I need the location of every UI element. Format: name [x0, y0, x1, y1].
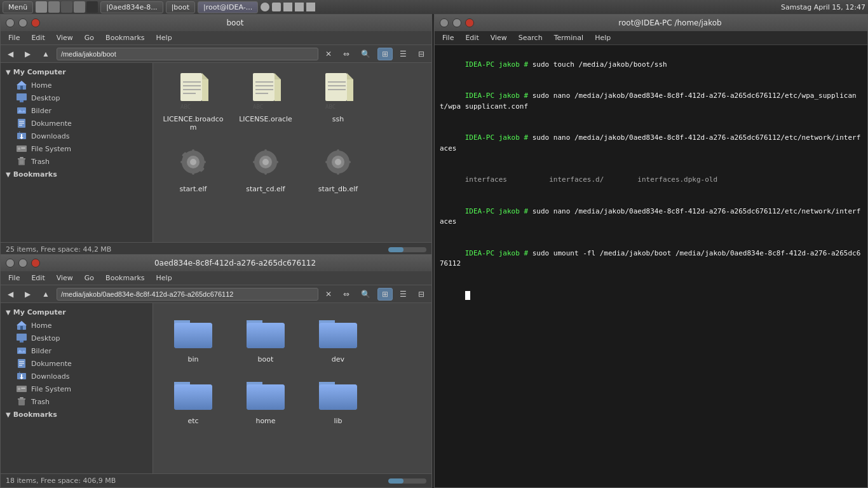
media-menu-help[interactable]: Help: [151, 273, 177, 283]
svg-rect-32: [253, 73, 275, 101]
media-compact-view[interactable]: ⊟: [414, 288, 429, 301]
menu-go[interactable]: Go: [79, 32, 99, 43]
file-start-elf[interactable]: start.elf: [158, 138, 228, 197]
sidebar-item-downloads[interactable]: Downloads: [1, 130, 153, 142]
folder-home[interactable]: home: [231, 370, 301, 429]
media-my-computer-section[interactable]: ▼ My Computer: [1, 306, 153, 319]
folder-boot[interactable]: boot: [231, 308, 301, 367]
taskbar-menu[interactable]: Menü: [3, 1, 33, 13]
media-sidebar-filesystem[interactable]: File System: [1, 383, 153, 395]
media-address-bar[interactable]: [57, 288, 318, 301]
compact-view-button[interactable]: ⊟: [414, 48, 429, 60]
media-sidebar-downloads[interactable]: Downloads: [1, 370, 153, 383]
terminal-close-button[interactable]: [465, 18, 474, 27]
terminal-window: root@IDEA-PC /home/jakob File Edit View …: [434, 14, 868, 488]
list-view-button[interactable]: ☰: [395, 48, 411, 60]
folder-lib[interactable]: lib: [303, 370, 373, 429]
term-menu-view[interactable]: View: [485, 32, 512, 43]
icon-view-button[interactable]: ⊞: [377, 48, 393, 60]
split-button[interactable]: ⇔: [339, 48, 354, 60]
search-button[interactable]: 🔍: [356, 48, 375, 60]
bookmarks-section[interactable]: ▼ Bookmarks: [1, 168, 153, 181]
media-clear-address[interactable]: ✕: [321, 288, 336, 301]
sidebar-item-home[interactable]: Home: [1, 79, 153, 92]
media-menu-go[interactable]: Go: [79, 273, 99, 283]
media-menu-file[interactable]: File: [3, 273, 25, 283]
sidebar-item-desktop[interactable]: Desktop: [1, 92, 153, 104]
term-menu-edit[interactable]: Edit: [460, 32, 484, 43]
term-menu-help[interactable]: Help: [590, 32, 616, 43]
media-sidebar-dokumente[interactable]: Dokumente: [1, 357, 153, 370]
taskbar-icon-5[interactable]: [86, 1, 98, 13]
menu-file[interactable]: File: [3, 32, 25, 43]
media-forward-button[interactable]: ▶: [20, 288, 35, 301]
minimize-button[interactable]: [6, 18, 15, 27]
close-button-2[interactable]: [31, 259, 40, 268]
menu-help[interactable]: Help: [151, 32, 177, 43]
my-computer-section[interactable]: ▼ My Computer: [1, 65, 153, 79]
sidebar-item-trash[interactable]: Trash: [1, 155, 153, 168]
folder-dev[interactable]: dev: [303, 308, 373, 367]
sidebar-item-dokumente[interactable]: Dokumente: [1, 117, 153, 130]
menu-view[interactable]: View: [51, 32, 78, 43]
media-menu-view[interactable]: View: [51, 273, 78, 283]
menu-bookmarks[interactable]: Bookmarks: [100, 32, 149, 43]
taskbar-icon-1[interactable]: [36, 1, 47, 13]
file-ssh[interactable]: ABC ssh: [303, 68, 373, 135]
media-search-button[interactable]: 🔍: [356, 288, 375, 301]
svg-rect-3: [17, 93, 27, 100]
file-licence-broadcom[interactable]: ABC LICENCE.broadcom: [158, 68, 228, 135]
folder-icon-6: [318, 374, 358, 414]
term-menu-file[interactable]: File: [437, 32, 459, 43]
terminal-content[interactable]: IDEA-PC jakob # sudo touch /media/jakob/…: [435, 45, 867, 487]
media-split-button[interactable]: ⇔: [339, 288, 354, 301]
terminal-minimize-button[interactable]: [440, 18, 449, 27]
restore-button-2[interactable]: [18, 259, 27, 268]
forward-button[interactable]: ▶: [20, 48, 35, 60]
address-bar[interactable]: [57, 48, 318, 60]
folder-etc[interactable]: etc: [158, 370, 228, 429]
taskbar-icon-3[interactable]: [61, 1, 72, 13]
back-button[interactable]: ◀: [3, 48, 18, 60]
network-icon: [261, 3, 269, 11]
file-start-db-elf[interactable]: start_db.elf: [303, 138, 373, 197]
media-sidebar-home[interactable]: Home: [1, 319, 153, 332]
file-license-oracle[interactable]: ABC LICENSE.oracle: [231, 68, 301, 135]
media-bookmarks-section[interactable]: ▼ Bookmarks: [1, 408, 153, 421]
media-sidebar-desktop[interactable]: Desktop: [1, 332, 153, 344]
media-list-view[interactable]: ☰: [395, 288, 411, 301]
term-menu-search[interactable]: Search: [513, 32, 548, 43]
file-start-cd-elf[interactable]: start_cd.elf: [231, 138, 301, 197]
media-menu-edit[interactable]: Edit: [26, 273, 50, 283]
clear-address-button[interactable]: ✕: [321, 48, 336, 60]
media-sidebar-bilder[interactable]: Bilder: [1, 344, 153, 357]
svg-rect-2: [20, 86, 23, 90]
fm-media-title: 0aed834e-8c8f-412d-a276-a265dc676112: [44, 259, 426, 268]
media-back-button[interactable]: ◀: [3, 288, 18, 301]
svg-rect-89: [18, 398, 25, 400]
up-button[interactable]: ▲: [37, 48, 54, 60]
terminal-restore-button[interactable]: [452, 18, 461, 27]
media-filesystem-icon: [16, 384, 27, 393]
taskbar-item-1[interactable]: |0aed834e-8...: [100, 1, 163, 13]
menu-edit[interactable]: Edit: [26, 32, 50, 43]
sidebar-item-filesystem[interactable]: File System: [1, 142, 153, 155]
taskbar-item-2[interactable]: |boot: [166, 1, 195, 13]
term-menu-terminal[interactable]: Terminal: [549, 32, 589, 43]
media-icon-view[interactable]: ⊞: [377, 288, 393, 301]
media-menu-bookmarks[interactable]: Bookmarks: [100, 273, 149, 283]
elf-file-icon-3: [318, 142, 358, 182]
folder-bin[interactable]: bin: [158, 308, 228, 367]
close-button[interactable]: [31, 18, 40, 27]
sidebar-item-bilder[interactable]: Bilder: [1, 104, 153, 117]
term-prompt-5: IDEA-PC jakob #: [465, 249, 528, 257]
media-sidebar-trash[interactable]: Trash: [1, 395, 153, 408]
taskbar-item-3[interactable]: |root@IDEA-...: [198, 1, 258, 13]
taskbar-icon-2[interactable]: [48, 1, 60, 13]
folder-name-3: dev: [332, 355, 344, 363]
taskbar-icon-4[interactable]: [74, 1, 85, 13]
media-up-button[interactable]: ▲: [37, 288, 54, 301]
fm-boot-toolbar: ◀ ▶ ▲ ✕ ⇔ 🔍 ⊞ ☰ ⊟: [1, 45, 431, 63]
minimize-button-2[interactable]: [6, 259, 15, 268]
restore-button[interactable]: [18, 18, 27, 27]
